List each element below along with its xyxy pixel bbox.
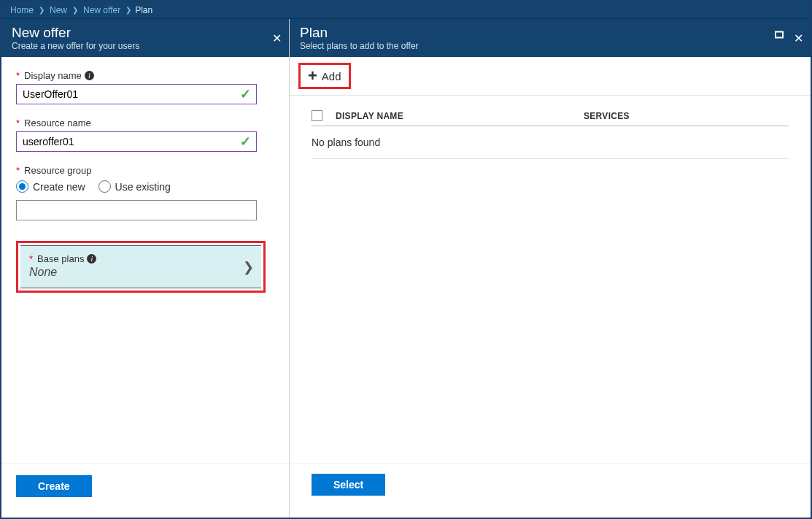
chevron-right-icon: ❯: [243, 259, 254, 275]
radio-use-existing[interactable]: Use existing: [98, 180, 171, 193]
breadcrumb-home[interactable]: Home: [10, 5, 34, 15]
col-services[interactable]: SERVICES: [584, 111, 789, 121]
base-plans-selector[interactable]: * Base plans i None ❯: [20, 245, 261, 288]
breadcrumb-new-offer[interactable]: New offer: [83, 5, 120, 15]
col-display-name[interactable]: DISPLAY NAME: [336, 111, 584, 121]
label-text: Resource name: [24, 118, 91, 128]
breadcrumb-plan: Plan: [135, 5, 152, 15]
plans-table: DISPLAY NAME SERVICES No plans found: [290, 96, 811, 174]
empty-message: No plans found: [312, 126, 789, 159]
checkmark-icon: ✓: [240, 134, 251, 150]
base-plans-highlight: * Base plans i None ❯: [16, 241, 266, 293]
chevron-right-icon: ❯: [125, 6, 131, 14]
add-button-highlight: + Add: [298, 63, 351, 89]
create-button[interactable]: Create: [16, 475, 92, 497]
info-icon[interactable]: i: [87, 254, 96, 264]
breadcrumb: Home ❯ New ❯ New offer ❯ Plan: [1, 1, 811, 19]
resource-name-label: * Resource name: [16, 118, 274, 128]
required-icon: *: [16, 165, 20, 176]
blade-subtitle: Select plans to add to the offer: [300, 41, 800, 51]
radio-icon: [98, 180, 111, 193]
maximize-icon[interactable]: [775, 31, 784, 39]
blade-subtitle: Create a new offer for your users: [12, 41, 279, 51]
label-text: Base plans: [37, 253, 84, 264]
select-button[interactable]: Select: [312, 474, 385, 496]
checkmark-icon: ✓: [240, 86, 251, 102]
chevron-right-icon: ❯: [39, 6, 45, 14]
radio-icon: [16, 180, 28, 193]
resource-group-label: * Resource group: [16, 165, 274, 176]
add-label: Add: [322, 70, 341, 82]
resource-name-input[interactable]: [16, 131, 257, 152]
base-plans-value: None: [29, 266, 252, 279]
add-button[interactable]: + Add: [301, 65, 349, 87]
required-icon: *: [16, 118, 20, 128]
radio-label: Create new: [33, 181, 85, 193]
required-icon: *: [29, 253, 33, 264]
blade-new-offer: New offer Create a new offer for your us…: [1, 19, 290, 518]
close-icon[interactable]: ✕: [794, 31, 803, 45]
breadcrumb-new[interactable]: New: [50, 5, 67, 15]
info-icon[interactable]: i: [85, 71, 94, 80]
display-name-input[interactable]: [16, 84, 257, 104]
close-icon[interactable]: ✕: [272, 31, 282, 45]
plus-icon: +: [308, 68, 317, 84]
display-name-label: * Display name i: [16, 70, 274, 81]
toolbar: + Add: [290, 57, 811, 96]
select-all-checkbox[interactable]: [312, 110, 322, 121]
required-icon: *: [16, 70, 20, 81]
table-header: DISPLAY NAME SERVICES: [312, 110, 789, 126]
radio-label: Use existing: [115, 181, 171, 193]
blade-title: Plan: [300, 25, 800, 41]
radio-create-new[interactable]: Create new: [16, 180, 85, 193]
chevron-right-icon: ❯: [72, 6, 78, 14]
label-text: Display name: [24, 70, 82, 81]
blade-header: New offer Create a new offer for your us…: [1, 19, 289, 57]
blade-plan: Plan Select plans to add to the offer ✕ …: [290, 19, 811, 518]
resource-group-input[interactable]: [16, 200, 257, 220]
blade-header: Plan Select plans to add to the offer ✕: [290, 19, 811, 57]
label-text: Resource group: [24, 165, 92, 176]
blade-title: New offer: [12, 25, 279, 41]
